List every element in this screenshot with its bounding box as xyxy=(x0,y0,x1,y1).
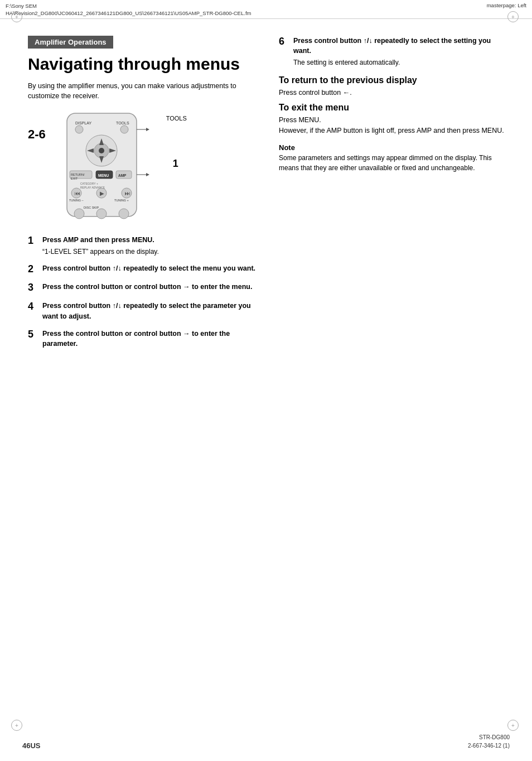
corner-mark-tl: + xyxy=(11,11,25,25)
svg-text:⏮: ⏮ xyxy=(75,190,80,196)
right-column: 6 Press control button ↑/↓ repeatedly to… xyxy=(279,36,510,356)
footer-page-number: 46US xyxy=(22,741,41,750)
header-filepath: F:\Sony SEM HA\Revision2_DG800\JC060412_… xyxy=(6,2,251,17)
header: F:\Sony SEM HA\Revision2_DG800\JC060412_… xyxy=(0,0,532,19)
svg-text:DISC SKIP: DISC SKIP xyxy=(84,206,99,209)
section-return-body: Press control button ←. xyxy=(279,88,510,98)
svg-text:TOOLS: TOOLS xyxy=(116,121,129,125)
svg-text:▶: ▶ xyxy=(100,190,104,196)
label-1: 1 xyxy=(173,158,178,170)
footer-model: STR-DG800 2-667-346-12 (1) xyxy=(468,733,510,750)
svg-point-30 xyxy=(74,209,84,219)
note-heading: Note xyxy=(279,143,510,152)
step-2-text: Press control button ↑/↓ repeatedly to s… xyxy=(42,263,255,274)
step-2-number: 2 xyxy=(28,263,38,276)
step-5-bold: Press the control button or control butt… xyxy=(42,330,230,348)
svg-point-32 xyxy=(119,209,129,219)
svg-text:AMP: AMP xyxy=(118,174,127,177)
step-1: 1 Press AMP and then press MENU. “1-LEVE… xyxy=(28,235,262,257)
corner-mark-tr: + xyxy=(507,11,521,25)
footer: 46US STR-DG800 2-667-346-12 (1) xyxy=(0,733,532,750)
step-1-number: 1 xyxy=(28,235,38,247)
section-exit: To exit the menu Press MENU. However, if… xyxy=(279,103,510,136)
corner-mark-br: + xyxy=(507,720,521,733)
page-content: Amplifier Operations Navigating through … xyxy=(0,19,532,373)
svg-point-11 xyxy=(99,148,104,153)
remote-container: DISPLAY TOOLS xyxy=(50,110,162,224)
svg-text:MENU: MENU xyxy=(98,174,109,177)
step-6-number: 6 xyxy=(279,36,289,48)
step-5-number: 5 xyxy=(28,329,38,341)
corner-mark-bl: + xyxy=(11,720,25,733)
step-6-text: Press control button ↑/↓ repeatedly to s… xyxy=(293,36,510,68)
step-4-text: Press control button ↑/↓ repeatedly to s… xyxy=(42,301,262,322)
step-5-text: Press the control button or control butt… xyxy=(42,329,262,350)
step-6: 6 Press control button ↑/↓ repeatedly to… xyxy=(279,36,510,68)
step-1-sub: “1-LEVEL SET” appears on the display. xyxy=(42,247,159,257)
section-note: Note Some parameters and settings may ap… xyxy=(279,143,510,173)
tools-label: TOOLS xyxy=(166,115,187,122)
section-tag: Amplifier Operations xyxy=(28,36,113,49)
step-3-bold: Press the control button or control butt… xyxy=(42,283,252,291)
section-exit-heading: To exit the menu xyxy=(279,103,510,113)
svg-text:RETURN/: RETURN/ xyxy=(71,173,85,176)
step-5: 5 Press the control button or control bu… xyxy=(28,329,262,350)
section-return-heading: To return to the previous display xyxy=(279,75,510,85)
note-body: Some parameters and settings may appear … xyxy=(279,153,510,173)
step-3-number: 3 xyxy=(28,282,38,294)
svg-text:⏭: ⏭ xyxy=(125,190,130,196)
svg-text:TUNING +: TUNING + xyxy=(114,199,129,202)
svg-text:DISPLAY: DISPLAY xyxy=(75,121,91,125)
left-column: Amplifier Operations Navigating through … xyxy=(28,36,262,356)
step-2: 2 Press control button ↑/↓ repeatedly to… xyxy=(28,263,262,276)
section-return: To return to the previous display Press … xyxy=(279,75,510,98)
label-2-6: 2-6 xyxy=(28,127,46,142)
step-6-sub: The setting is entered automatically. xyxy=(293,57,510,68)
step-6-bold: Press control button ↑/↓ repeatedly to s… xyxy=(293,37,491,55)
svg-point-3 xyxy=(75,126,83,133)
svg-point-4 xyxy=(120,126,128,133)
page-title: Navigating through menus xyxy=(28,54,262,74)
step-3: 3 Press the control button or control bu… xyxy=(28,282,262,294)
svg-text:CATEGORY +: CATEGORY + xyxy=(80,182,98,185)
svg-point-31 xyxy=(96,209,107,219)
svg-text:EXIT: EXIT xyxy=(71,177,78,180)
svg-text:TUNING –: TUNING – xyxy=(69,199,84,202)
remote-area: 2-6 DISPLAY TOOLS xyxy=(28,110,262,224)
intro-text: By using the amplifier menus, you can ma… xyxy=(28,81,262,102)
step-4-number: 4 xyxy=(28,301,38,313)
step-4: 4 Press control button ↑/↓ repeatedly to… xyxy=(28,301,262,322)
remote-image: DISPLAY TOOLS xyxy=(50,110,153,222)
step-2-bold: Press control button ↑/↓ repeatedly to s… xyxy=(42,264,255,272)
section-exit-body: Press MENU. However, if the AMP button i… xyxy=(279,115,510,136)
steps-list: 1 Press AMP and then press MENU. “1-LEVE… xyxy=(28,235,262,349)
step-6-block: 6 Press control button ↑/↓ repeatedly to… xyxy=(279,36,510,68)
header-masterpage: masterpage: Left xyxy=(487,2,526,8)
step-1-bold: Press AMP and then press MENU. xyxy=(42,236,154,244)
step-4-bold: Press control button ↑/↓ repeatedly to s… xyxy=(42,302,251,320)
step-3-text: Press the control button or control butt… xyxy=(42,282,252,292)
step-1-text: Press AMP and then press MENU. “1-LEVEL … xyxy=(42,235,159,257)
